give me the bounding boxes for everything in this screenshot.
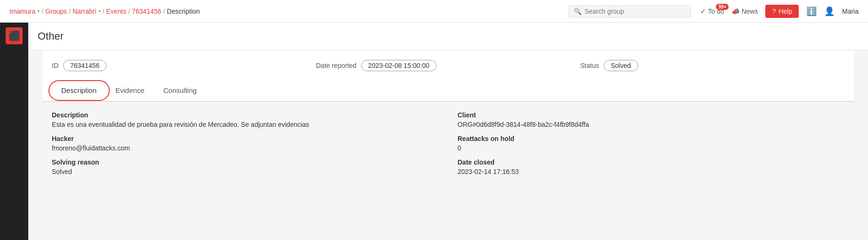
id-value: 76341456 (63, 60, 106, 71)
todo-badge: 99+ (716, 4, 729, 10)
desc-label: Description (52, 111, 439, 119)
search-box[interactable]: 🔍 (568, 5, 691, 17)
checkmark-icon: ✓ (700, 8, 706, 15)
breadcrumb-groups[interactable]: Groups (45, 8, 67, 15)
breadcrumb-description: Description (167, 8, 200, 15)
user-icon: 👤 (824, 6, 835, 17)
right-column: Client ORG#0d6d8f9d-3814-48f8-ba2c-f4fb9… (458, 111, 845, 182)
breadcrumb: Imamura ▾ / Groups / Narrabri ▾ / Events… (9, 8, 200, 15)
title-panel: Other ID 76341456 Date reported 2023-02-… (42, 23, 854, 102)
breadcrumb-narrabri[interactable]: Narrabri (73, 8, 97, 15)
breadcrumb-sep-3: / (128, 8, 130, 15)
search-input[interactable] (584, 8, 686, 15)
desc-value: Esta es una eventualidad de prueba para … (52, 121, 439, 128)
client-value: ORG#0d6d8f9d-3814-48f8-ba2c-f4fb9f8d4ffa (458, 121, 845, 128)
page-title: Other (28, 23, 868, 50)
news-button[interactable]: 📣 News (731, 8, 758, 15)
date-item: Date reported 2023-02-08 15:00:00 (316, 60, 580, 71)
todo-button[interactable]: ✓ To do 99+ (700, 8, 724, 15)
status-badge: Solved (604, 60, 638, 71)
breadcrumb-sep-2: / (103, 8, 105, 15)
main-content: Other ID 76341456 Date reported 2023-02-… (28, 23, 868, 240)
megaphone-icon: 📣 (731, 8, 739, 15)
tab-evidence-label: Evidence (115, 86, 145, 94)
question-icon: ? (772, 8, 776, 15)
tab-consulting[interactable]: Consulting (154, 81, 206, 101)
help-button[interactable]: ? Help (765, 5, 799, 18)
date-closed-value: 2023-02-14 17:16:53 (458, 168, 845, 175)
topnav: Imamura ▾ / Groups / Narrabri ▾ / Events… (0, 0, 868, 23)
date-value: 2023-02-08 15:00:00 (361, 60, 437, 71)
sidebar-logo[interactable]: ⬛ (6, 27, 23, 44)
help-label: Help (779, 8, 792, 15)
tab-consulting-label: Consulting (163, 86, 197, 94)
breadcrumb-chevron-0: ▾ (37, 8, 40, 14)
reattacks-value: 0 (458, 144, 845, 152)
tab-description-label: Description (61, 86, 97, 94)
left-column: Description Esta es una eventualidad de … (52, 111, 439, 182)
tab-evidence[interactable]: Evidence (106, 81, 154, 101)
status-label: Status (580, 62, 599, 69)
breadcrumb-sep-4: / (163, 8, 165, 15)
breadcrumb-sep-0: / (41, 8, 43, 15)
username[interactable]: Maria (842, 8, 859, 15)
breadcrumb-imamura[interactable]: Imamura (9, 8, 35, 15)
id-item: ID 76341456 (52, 60, 316, 71)
solving-label: Solving reason (52, 158, 439, 166)
nav-actions: ✓ To do 99+ 📣 News ? Help ℹ️ 👤 Maria (700, 5, 859, 18)
news-label: News (741, 8, 758, 15)
hacker-value: fmoreno@fluidattacks.com (52, 144, 439, 152)
breadcrumb-sep-1: / (69, 8, 71, 15)
client-label: Client (458, 111, 845, 119)
tabs-bar: Description Evidence Consulting (42, 81, 854, 101)
logo-icon: ⬛ (8, 30, 20, 41)
status-item: Status Solved (580, 60, 844, 71)
breadcrumb-chevron-1: ▾ (98, 8, 101, 14)
sidebar: ⬛ (0, 23, 28, 240)
content-grid: Description Esta es una eventualidad de … (52, 111, 844, 182)
info-icon[interactable]: ℹ️ (806, 6, 817, 17)
hacker-label: Hacker (52, 135, 439, 142)
info-row: ID 76341456 Date reported 2023-02-08 15:… (42, 50, 854, 81)
id-label: ID (52, 62, 58, 69)
date-label: Date reported (316, 62, 357, 69)
solving-value: Solved (52, 168, 439, 175)
date-closed-label: Date closed (458, 158, 845, 166)
reattacks-label: Reattacks on hold (458, 135, 845, 142)
breadcrumb-events[interactable]: Events (106, 8, 126, 15)
tab-description[interactable]: Description (52, 81, 106, 101)
breadcrumb-event-id[interactable]: 76341456 (132, 8, 161, 15)
search-icon: 🔍 (574, 8, 582, 15)
content-area: Description Esta es una eventualidad de … (42, 102, 854, 191)
